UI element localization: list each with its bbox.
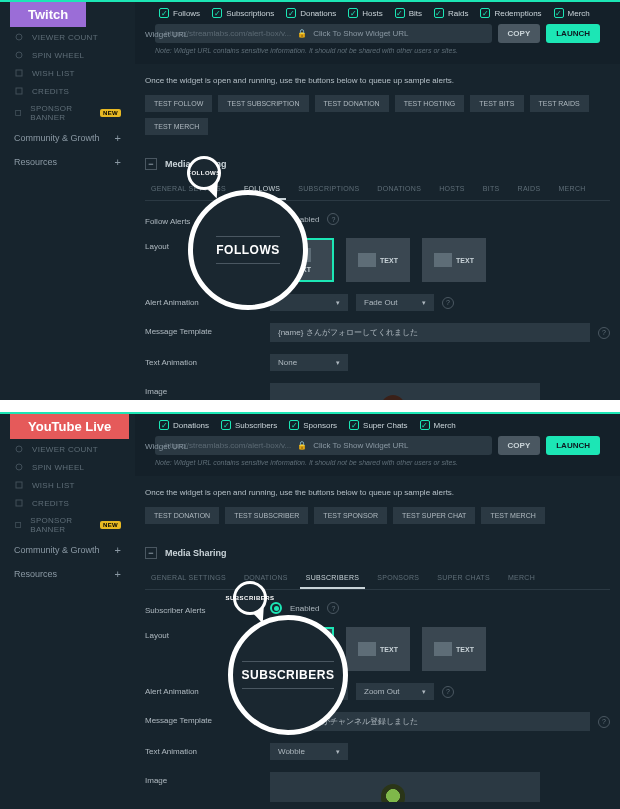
- sidebar-item-viewer-count[interactable]: Viewer Count: [0, 28, 135, 46]
- instructions: Once the widget is open and running, use…: [145, 76, 610, 85]
- help-icon[interactable]: ?: [442, 686, 454, 698]
- tab-donations[interactable]: Donations: [371, 179, 427, 200]
- sidebar-item-credits[interactable]: Credits: [0, 494, 135, 512]
- check-merch[interactable]: ✓Merch: [554, 8, 590, 18]
- text-animation-select[interactable]: None▾: [270, 354, 348, 371]
- test-merch-button[interactable]: Test Merch: [145, 118, 208, 135]
- check-follows[interactable]: ✓Follows: [159, 8, 200, 18]
- test-bits-button[interactable]: Test Bits: [470, 95, 523, 112]
- help-icon[interactable]: ?: [327, 213, 339, 225]
- test-hosting-button[interactable]: Test Hosting: [395, 95, 465, 112]
- enabled-radio[interactable]: [270, 602, 282, 614]
- help-icon[interactable]: ?: [327, 602, 339, 614]
- launch-button[interactable]: Launch: [546, 436, 600, 455]
- instructions: Once the widget is open and running, use…: [145, 488, 610, 497]
- sidebar-item-wish-list[interactable]: Wish List: [0, 476, 135, 494]
- sidebar-item-viewer-count[interactable]: Viewer Count: [0, 440, 135, 458]
- chevron-down-icon: ▾: [336, 299, 340, 307]
- chevron-down-icon: ▾: [336, 748, 340, 756]
- check-donations[interactable]: ✓Donations: [159, 420, 209, 430]
- test-subscriber-button[interactable]: Test Subscriber: [225, 507, 308, 524]
- image-preview[interactable]: [270, 383, 540, 400]
- check-redemptions[interactable]: ✓Redemptions: [480, 8, 541, 18]
- sidebar: Viewer Count Spin Wheel Wish List Credit…: [0, 24, 135, 178]
- anim-out-select[interactable]: Zoom Out▾: [356, 683, 434, 700]
- sidebar: Viewer Count Spin Wheel Wish List Credit…: [0, 436, 135, 590]
- check-merch[interactable]: ✓Merch: [420, 420, 456, 430]
- test-subscription-button[interactable]: Test Subscription: [218, 95, 308, 112]
- sidebar-item-spin-wheel[interactable]: Spin Wheel: [0, 458, 135, 476]
- svg-point-6: [16, 464, 22, 470]
- alert-type-checks: ✓Follows ✓Subscriptions ✓Donations ✓Host…: [155, 8, 600, 18]
- tab-subscriptions[interactable]: Subscriptions: [292, 179, 365, 200]
- copy-button[interactable]: Copy: [498, 436, 541, 455]
- panel-youtube: YouTube Live Widget URL Viewer Count Spi…: [0, 412, 620, 809]
- sidebar-item-sponsor-banner[interactable]: Sponsor BannerNEW: [0, 100, 135, 126]
- tab-merch[interactable]: Merch: [552, 179, 591, 200]
- tabs: General Settings Donations Subscribers S…: [145, 568, 610, 590]
- check-bits[interactable]: ✓Bits: [395, 8, 422, 18]
- test-donation-button[interactable]: Test Donation: [315, 95, 389, 112]
- test-follow-button[interactable]: Test Follow: [145, 95, 212, 112]
- layout-option-3[interactable]: TEXT: [422, 238, 486, 282]
- tab-hosts[interactable]: Hosts: [433, 179, 471, 200]
- image-label: Image: [145, 383, 270, 396]
- svg-rect-3: [16, 88, 22, 94]
- check-donations[interactable]: ✓Donations: [286, 8, 336, 18]
- sidebar-section-community[interactable]: Community & Growth+: [0, 126, 135, 150]
- test-superchat-button[interactable]: Test Super Chat: [393, 507, 475, 524]
- test-sponsor-button[interactable]: Test Sponsor: [314, 507, 387, 524]
- section-media-sharing[interactable]: −Media Sharing: [145, 538, 610, 568]
- tab-superchats[interactable]: Super Chats: [431, 568, 496, 589]
- layout-option-2[interactable]: TEXT: [346, 238, 410, 282]
- sidebar-item-wish-list[interactable]: Wish List: [0, 64, 135, 82]
- anim-out-select[interactable]: Fade Out▾: [356, 294, 434, 311]
- test-merch-button[interactable]: Test Merch: [481, 507, 544, 524]
- sidebar-section-resources[interactable]: Resources+: [0, 150, 135, 174]
- sidebar-section-community[interactable]: Community & Growth+: [0, 538, 135, 562]
- check-raids[interactable]: ✓Raids: [434, 8, 468, 18]
- image-label: Image: [145, 772, 270, 785]
- chevron-down-icon: ▾: [422, 688, 426, 696]
- lock-icon: 🔒: [297, 441, 307, 450]
- check-hosts[interactable]: ✓Hosts: [348, 8, 382, 18]
- magnify-small: FOLLOWS: [187, 156, 221, 190]
- sidebar-item-credits[interactable]: Credits: [0, 82, 135, 100]
- enabled-text: Enabled: [290, 604, 319, 613]
- tab-raids[interactable]: Raids: [512, 179, 547, 200]
- magnify-large: SUBSCRIBERS: [228, 615, 348, 735]
- layout-option-2[interactable]: TEXT: [346, 627, 410, 671]
- widget-url-box[interactable]: https://streamlabs.com/alert-box/v...🔒Cl…: [155, 436, 492, 455]
- collapse-icon: −: [145, 158, 157, 170]
- tab-merch[interactable]: Merch: [502, 568, 541, 589]
- chevron-down-icon: ▾: [336, 359, 340, 367]
- copy-button[interactable]: Copy: [498, 24, 541, 43]
- sidebar-item-sponsor-banner[interactable]: Sponsor BannerNEW: [0, 512, 135, 538]
- tab-general[interactable]: General Settings: [145, 568, 232, 589]
- check-superchats[interactable]: ✓Super Chats: [349, 420, 407, 430]
- widget-url-box[interactable]: https://streamlabs.com/alert-box/v...🔒Cl…: [155, 24, 492, 43]
- help-icon[interactable]: ?: [442, 297, 454, 309]
- ribbon-twitch: Twitch: [10, 2, 86, 27]
- url-note: Note: Widget URL contains sensitive info…: [155, 47, 600, 54]
- text-animation-select[interactable]: Wobble▾: [270, 743, 348, 760]
- tab-sponsors[interactable]: Sponsors: [371, 568, 425, 589]
- test-donation-button[interactable]: Test Donation: [145, 507, 219, 524]
- layout-option-3[interactable]: TEXT: [422, 627, 486, 671]
- check-subscriptions[interactable]: ✓Subscriptions: [212, 8, 274, 18]
- check-subscribers[interactable]: ✓Subscribers: [221, 420, 277, 430]
- sidebar-item-spin-wheel[interactable]: Spin Wheel: [0, 46, 135, 64]
- svg-point-0: [16, 34, 22, 40]
- test-raids-button[interactable]: Test Raids: [530, 95, 589, 112]
- help-icon[interactable]: ?: [598, 327, 610, 339]
- image-preview[interactable]: [270, 772, 540, 802]
- sidebar-section-resources[interactable]: Resources+: [0, 562, 135, 586]
- tab-bits[interactable]: Bits: [477, 179, 506, 200]
- tab-subscribers[interactable]: Subscribers: [300, 568, 365, 589]
- check-sponsors[interactable]: ✓Sponsors: [289, 420, 337, 430]
- help-icon[interactable]: ?: [598, 716, 610, 728]
- alert-sprite: [381, 784, 405, 802]
- magnify-large: FOLLOWS: [188, 190, 308, 310]
- message-template-input[interactable]: [270, 323, 590, 342]
- launch-button[interactable]: Launch: [546, 24, 600, 43]
